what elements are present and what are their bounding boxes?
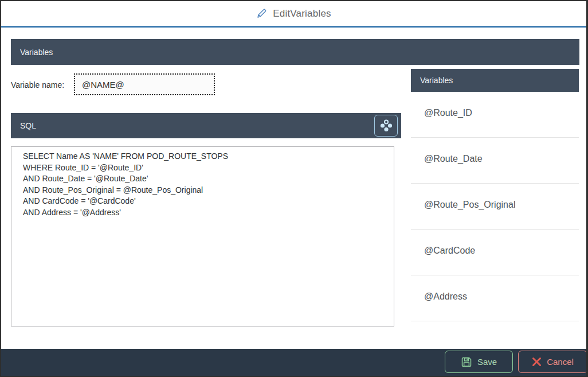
variable-name-label: Variable name: bbox=[11, 80, 64, 90]
variables-panel-title: Variables bbox=[420, 76, 453, 85]
variable-list-item[interactable]: @Route_Pos_Original bbox=[411, 184, 579, 230]
variable-list-item[interactable]: @Address bbox=[411, 275, 579, 321]
dialog-title: EditVariables bbox=[273, 8, 331, 20]
run-process-button[interactable] bbox=[374, 115, 398, 137]
process-dots-icon bbox=[379, 119, 393, 133]
sql-editor[interactable]: SELECT Name AS 'NAME' FROM POD_ROUTE_STO… bbox=[11, 146, 394, 327]
save-button-label: Save bbox=[477, 357, 497, 367]
cancel-button[interactable]: Cancel bbox=[518, 351, 587, 373]
variables-list: @Route_ID @Route_Date @Route_Pos_Origina… bbox=[411, 92, 579, 321]
variable-name-input[interactable] bbox=[74, 73, 215, 95]
dialog-footer: Save Cancel bbox=[1, 349, 586, 376]
pencil-icon bbox=[256, 8, 267, 19]
variables-section-header: Variables bbox=[11, 39, 579, 65]
sql-section-header: SQL bbox=[11, 113, 401, 138]
variables-section-title: Variables bbox=[20, 48, 53, 57]
variable-list-item[interactable]: @Route_Date bbox=[411, 138, 579, 184]
dialog-titlebar: EditVariables bbox=[1, 1, 586, 28]
variable-list-item[interactable]: @Route_ID bbox=[411, 92, 579, 138]
cancel-x-icon bbox=[532, 357, 542, 367]
variables-panel-header: Variables bbox=[411, 69, 579, 92]
cancel-button-label: Cancel bbox=[547, 357, 574, 367]
variable-list-item[interactable]: @CardCode bbox=[411, 230, 579, 275]
save-button[interactable]: Save bbox=[445, 351, 513, 373]
sql-section-title: SQL bbox=[20, 121, 36, 130]
save-icon bbox=[461, 356, 472, 368]
edit-variables-dialog: EditVariables Variables Variable name: S… bbox=[0, 0, 588, 377]
